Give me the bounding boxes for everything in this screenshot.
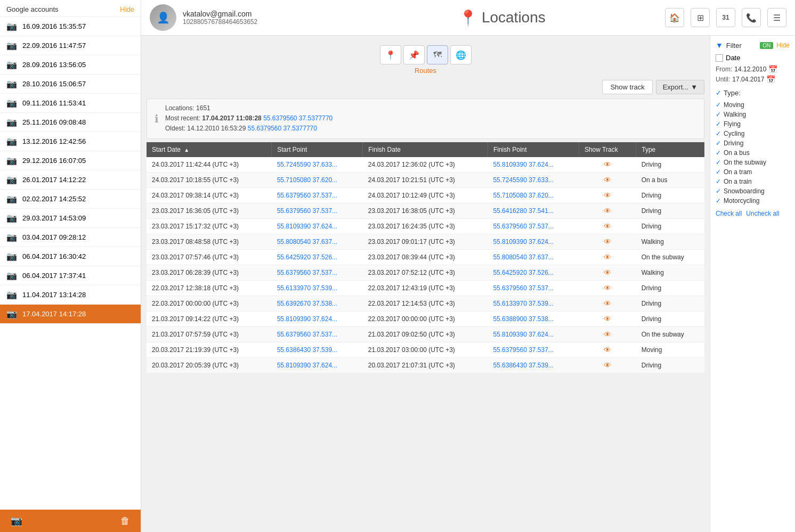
finish-point-link[interactable]: 55.8080540 37.637... <box>493 253 553 261</box>
eye-icon[interactable]: 👁 <box>604 191 611 200</box>
sidebar-item[interactable]: 📷09.11.2016 11:53:41 <box>0 94 141 113</box>
type-item[interactable]: ✓Flying <box>716 119 790 129</box>
type-item[interactable]: ✓On the subway <box>716 158 790 167</box>
start-point-link[interactable]: 55.6379560 37.537... <box>277 269 337 276</box>
eye-icon[interactable]: 👁 <box>604 176 611 184</box>
start-point-link[interactable]: 55.6379560 37.537... <box>277 207 337 215</box>
menu-button[interactable]: ☰ <box>767 8 786 27</box>
type-item[interactable]: ✓Motorcycling <box>716 196 790 206</box>
sidebar-item[interactable]: 📷29.12.2016 16:07:05 <box>0 151 141 170</box>
sidebar-item[interactable]: 📷16.09.2016 15:35:57 <box>0 17 141 36</box>
start-point-link[interactable]: 55.6386430 37.539... <box>277 346 337 354</box>
eye-icon[interactable]: 👁 <box>604 346 611 354</box>
eye-icon[interactable]: 👁 <box>604 207 611 215</box>
filter-hide-link[interactable]: Hide <box>776 42 790 49</box>
col-finish-date[interactable]: Finish Date <box>363 142 488 157</box>
start-point-link[interactable]: 55.7245590 37.633... <box>277 161 337 168</box>
finish-point-link[interactable]: 55.8109390 37.624... <box>493 161 553 168</box>
check-all-link[interactable]: Check all <box>716 210 742 217</box>
type-item[interactable]: ✓Moving <box>716 100 790 110</box>
type-item[interactable]: ✓Cycling <box>716 129 790 138</box>
finish-point-link[interactable]: 55.6379560 37.537... <box>493 346 553 354</box>
export-button[interactable]: Export... ▼ <box>656 80 704 94</box>
show-track-button[interactable]: Show track <box>602 80 652 94</box>
oldest-coords[interactable]: 55.6379560 37.5377770 <box>248 125 317 132</box>
finish-point-link[interactable]: 55.6425920 37.526... <box>493 269 553 276</box>
col-start-point[interactable]: Start Point <box>272 142 363 157</box>
type-item[interactable]: ✓On a bus <box>716 148 790 158</box>
sidebar-item[interactable]: 📷28.10.2016 15:06:57 <box>0 75 141 94</box>
start-point-link[interactable]: 55.7105080 37.620... <box>277 176 337 184</box>
col-finish-point[interactable]: Finish Point <box>488 142 579 157</box>
tab-pin[interactable]: 📍 <box>380 45 401 64</box>
sidebar-item[interactable]: 📷03.04.2017 09:28:12 <box>0 228 141 247</box>
sidebar-item[interactable]: 📷02.02.2017 14:25:52 <box>0 190 141 209</box>
finish-point-link[interactable]: 55.6133970 37.539... <box>493 300 553 307</box>
type-item[interactable]: ✓On a train <box>716 177 790 186</box>
finish-point-link[interactable]: 55.8109390 37.624... <box>493 331 553 338</box>
eye-icon[interactable]: 👁 <box>604 299 611 308</box>
type-item[interactable]: ✓Walking <box>716 110 790 119</box>
date-checkbox[interactable] <box>716 54 723 62</box>
col-start-date[interactable]: Start Date ▲ <box>147 142 272 157</box>
sidebar-item[interactable]: 📷11.04.2017 13:14:28 <box>0 285 141 305</box>
sidebar-item[interactable]: 📷29.03.2017 14:53:09 <box>0 209 141 228</box>
type-item[interactable]: ✓On a tram <box>716 167 790 177</box>
eye-icon[interactable]: 👁 <box>604 160 611 169</box>
finish-point-link[interactable]: 55.7105080 37.620... <box>493 192 553 199</box>
sidebar-item[interactable]: 📷06.04.2017 16:30:42 <box>0 247 141 266</box>
col-type[interactable]: Type <box>636 142 704 157</box>
finish-point-link[interactable]: 55.6388900 37.538... <box>493 315 553 323</box>
sidebar-item[interactable]: 📷13.12.2016 12:42:56 <box>0 132 141 151</box>
locations-count: Locations: 1651 <box>165 104 210 112</box>
finish-point-link[interactable]: 55.8109390 37.624... <box>493 238 553 245</box>
phone-button[interactable]: 📞 <box>742 8 761 27</box>
sidebar-item[interactable]: 📷26.01.2017 14:12:22 <box>0 170 141 190</box>
most-recent-coords[interactable]: 55.6379560 37.5377770 <box>263 114 332 122</box>
start-point-link[interactable]: 55.8109390 37.624... <box>277 315 337 323</box>
finish-point-link[interactable]: 55.6379560 37.537... <box>493 223 553 230</box>
start-point-link[interactable]: 55.6392670 37.538... <box>277 300 337 307</box>
finish-point-link[interactable]: 55.7245590 37.633... <box>493 176 553 184</box>
col-show-track[interactable]: Show Track <box>579 142 636 157</box>
sidebar-item[interactable]: 📷17.04.2017 14:17:28 <box>0 305 141 324</box>
home-button[interactable]: 🏠 <box>665 8 684 27</box>
start-point-link[interactable]: 55.8109390 37.624... <box>277 223 337 230</box>
start-point-link[interactable]: 55.6379560 37.537... <box>277 331 337 338</box>
start-point-link[interactable]: 55.6133970 37.539... <box>277 284 337 292</box>
sidebar-item[interactable]: 📷28.09.2016 13:56:05 <box>0 55 141 75</box>
grid-button[interactable]: ⊞ <box>691 8 710 27</box>
uncheck-all-link[interactable]: Uncheck all <box>746 210 779 217</box>
until-calendar-icon[interactable]: 📅 <box>766 75 775 84</box>
sidebar-item[interactable]: 📷06.04.2017 17:37:41 <box>0 266 141 285</box>
eye-icon[interactable]: 👁 <box>604 222 611 231</box>
tab-map[interactable]: 🗺 <box>427 45 448 64</box>
calendar-button[interactable]: 31 <box>716 8 735 27</box>
finish-point-link[interactable]: 55.6379560 37.537... <box>493 284 553 292</box>
eye-icon[interactable]: 👁 <box>604 268 611 277</box>
page-title: Locations <box>482 9 546 26</box>
start-point-link[interactable]: 55.6425920 37.526... <box>277 253 337 261</box>
eye-icon[interactable]: 👁 <box>604 253 611 261</box>
start-point-link[interactable]: 55.6379560 37.537... <box>277 192 337 199</box>
eye-icon[interactable]: 👁 <box>604 330 611 339</box>
sidebar-item[interactable]: 📷25.11.2016 09:08:48 <box>0 113 141 132</box>
sidebar-item[interactable]: 📷22.09.2016 11:47:57 <box>0 36 141 55</box>
type-item[interactable]: ✓Snowboarding <box>716 186 790 196</box>
tab-globe[interactable]: 🌐 <box>450 45 472 64</box>
start-point-link[interactable]: 55.8080540 37.637... <box>277 238 337 245</box>
finish-point-link[interactable]: 55.6386430 37.539... <box>493 362 553 369</box>
finish-point-link[interactable]: 55.6416280 37.541... <box>493 207 553 215</box>
type-item[interactable]: ✓Driving <box>716 138 790 148</box>
from-calendar-icon[interactable]: 📅 <box>768 65 777 73</box>
start-point-link[interactable]: 55.8109390 37.624... <box>277 362 337 369</box>
eye-icon[interactable]: 👁 <box>604 361 611 370</box>
eye-icon[interactable]: 👁 <box>604 284 611 292</box>
camera-add-button[interactable]: 📷 <box>11 515 22 527</box>
eye-icon[interactable]: 👁 <box>604 238 611 246</box>
tab-route[interactable]: 📌 <box>403 45 425 64</box>
delete-button[interactable]: 🗑 <box>120 515 130 527</box>
eye-icon[interactable]: 👁 <box>604 315 611 323</box>
hide-link[interactable]: Hide <box>120 5 134 13</box>
user-id: 102880576788464653652 <box>183 18 339 26</box>
